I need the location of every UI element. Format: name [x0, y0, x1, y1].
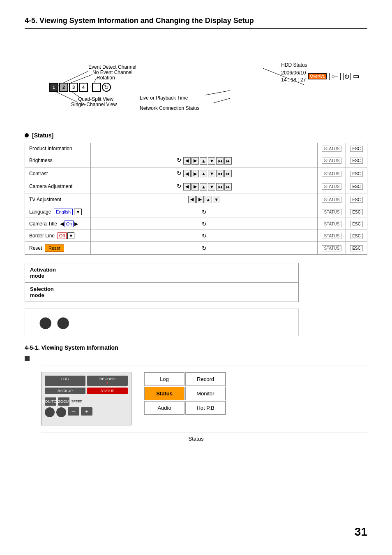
- hdd-icon: □—: [329, 73, 341, 80]
- status-section: [Status] Product Information STATUS ESC …: [25, 132, 367, 255]
- svg-line-4: [56, 92, 78, 102]
- status-grid-container: Log Record Status Monitor Audio Hot P.B: [144, 372, 226, 415]
- circle-btn-1: [45, 407, 55, 417]
- esc-cell: ESC: [346, 143, 367, 154]
- down-btn[interactable]: ▼: [208, 170, 215, 177]
- table-row: Camera Adjustment ↻ ◀ ▶ ▲ ▼ ⏮ ⏭ STATUS E…: [25, 180, 367, 193]
- esc-cell: ESC: [346, 154, 367, 167]
- table-row: Activationmode: [25, 263, 299, 282]
- down-btn[interactable]: ▼: [208, 157, 215, 165]
- hdd-status-area: HDD Status 2006/06/1014 : 18 : 27 OverWt…: [281, 62, 359, 84]
- reset-button[interactable]: Reset: [45, 244, 64, 252]
- page-title: 4-5. Viewing System Information and Chan…: [25, 16, 367, 29]
- esc-badge: ESC: [350, 245, 363, 251]
- up-btn[interactable]: ▲: [200, 157, 207, 165]
- up-btn[interactable]: ▲: [200, 183, 207, 190]
- down-btn[interactable]: ▼: [208, 183, 215, 190]
- audio-cell: Audio: [144, 401, 184, 415]
- up-btn[interactable]: ▲: [205, 196, 212, 203]
- nav-arrows: ◀ ▶ ▲ ▼ ⏮ ⏭: [183, 157, 232, 165]
- next-btn[interactable]: ▶: [191, 157, 199, 165]
- backup-btn: BACKUP: [45, 388, 85, 394]
- row-label: Contrast: [25, 167, 91, 180]
- prev-btn[interactable]: ◀: [183, 157, 191, 165]
- status-cell: STATUS: [318, 180, 346, 193]
- nav-arrows: ◀ ▶ ▲ ▼: [188, 196, 220, 203]
- channel-1: 1: [49, 83, 58, 92]
- border-line-ctrl: Off ▼: [58, 232, 74, 239]
- sub-section-title: 4-5-1. Viewing System Information: [25, 344, 367, 351]
- table-row: Language English ▼ ↻ STATUS ESC: [25, 206, 367, 218]
- status-badge: STATUS: [322, 146, 341, 152]
- log-cell: Log: [144, 372, 184, 386]
- channel-4: 4: [79, 83, 88, 92]
- circle-btn-2: [56, 407, 66, 417]
- row-controls: ↻: [91, 230, 318, 242]
- row-controls: ↻ ◀ ▶ ▲ ▼ ⏮ ⏭: [91, 154, 318, 167]
- table-row: Reset Reset ↻ STATUS ESC: [25, 242, 367, 254]
- row-controls: ↻: [91, 242, 318, 254]
- rotation-label: Rotation: [97, 75, 115, 81]
- row-controls: ↻ ◀ ▶ ▲ ▼ ⏮ ⏭: [91, 180, 318, 193]
- channel-3: 3: [69, 83, 78, 92]
- selection-mode-label: Selectionmode: [25, 282, 66, 302]
- row-label: Brightness: [25, 154, 91, 167]
- refresh-icon: ↻: [177, 170, 182, 176]
- next-btn[interactable]: ▶: [191, 170, 199, 177]
- status-badge: STATUS: [322, 245, 341, 251]
- table-row: Camera Title ◀ On ▶ ↻ STATUS ESC: [25, 218, 367, 230]
- esc-badge: ESC: [350, 197, 363, 203]
- tri-left-icon[interactable]: ◀: [60, 221, 64, 227]
- zoom-btn: ZOOM: [58, 397, 69, 406]
- refresh-icon: ↻: [202, 245, 207, 251]
- status-badge: STATUS: [322, 158, 341, 164]
- status-cell: STATUS: [318, 193, 346, 206]
- next-btn[interactable]: ▶: [191, 183, 199, 190]
- record-cell: Record: [185, 372, 226, 386]
- prev-btn[interactable]: ◀: [188, 196, 196, 203]
- next-btn[interactable]: ▶: [196, 196, 204, 203]
- prev-btn[interactable]: ◀: [183, 183, 191, 190]
- esc-badge: ESC: [350, 209, 363, 215]
- esc-cell: ESC: [346, 180, 367, 193]
- status-cell: STATUS: [318, 242, 346, 254]
- row-controls: ↻: [91, 206, 318, 218]
- row-label: Language English ▼: [25, 206, 91, 218]
- square-bullet-icon: [25, 356, 30, 361]
- plus-btn: +: [81, 407, 92, 416]
- skip-back-btn[interactable]: ⏮: [216, 157, 224, 165]
- nav-arrows: ◀ ▶ ▲ ▼ ⏮ ⏭: [183, 183, 232, 190]
- skip-fwd-btn[interactable]: ⏭: [224, 183, 232, 190]
- overwrite-badge: OverWt.: [308, 73, 327, 79]
- skip-back-btn[interactable]: ⏮: [216, 170, 224, 177]
- language-value: English: [54, 209, 73, 215]
- monitor-cell: Monitor: [185, 387, 226, 400]
- prev-btn[interactable]: ◀: [183, 170, 191, 177]
- monitor-icon: ▭: [353, 72, 359, 80]
- right-circle-arrow: ⬤: [57, 316, 69, 329]
- datetime-row: 2006/06/1014 : 18 : 27 OverWt. □— ⏻ ▭: [281, 70, 359, 84]
- up-btn[interactable]: ▲: [200, 170, 207, 177]
- border-arrow[interactable]: ▼: [67, 232, 74, 239]
- skip-back-btn[interactable]: ⏮: [216, 183, 224, 190]
- activation-mode-desc: [66, 263, 299, 282]
- status-cell: STATUS: [318, 206, 346, 218]
- skip-fwd-btn[interactable]: ⏭: [224, 170, 232, 177]
- speed-label: SPEED: [71, 397, 83, 406]
- row-label: Camera Adjustment: [25, 180, 91, 193]
- esc-cell: ESC: [346, 242, 367, 254]
- svg-line-7: [214, 98, 230, 103]
- bullet-icon: [25, 133, 29, 137]
- refresh-icon: ↻: [202, 232, 207, 239]
- down-btn[interactable]: ▼: [213, 196, 220, 203]
- diagram-area: Event Detect Channel No Event Channel Ro…: [25, 42, 367, 124]
- single-channel-label: Single-Channel View: [71, 102, 117, 107]
- row-controls: [91, 143, 318, 154]
- arrow-icons-row: ⬤ ⬤: [25, 309, 299, 336]
- skip-fwd-btn[interactable]: ⏭: [224, 157, 232, 165]
- panel-btn-row-3: — +: [45, 407, 128, 417]
- language-arrow[interactable]: ▼: [74, 209, 82, 215]
- tri-right-icon[interactable]: ▶: [74, 221, 78, 227]
- esc-cell: ESC: [346, 167, 367, 180]
- esc-badge: ESC: [350, 221, 363, 227]
